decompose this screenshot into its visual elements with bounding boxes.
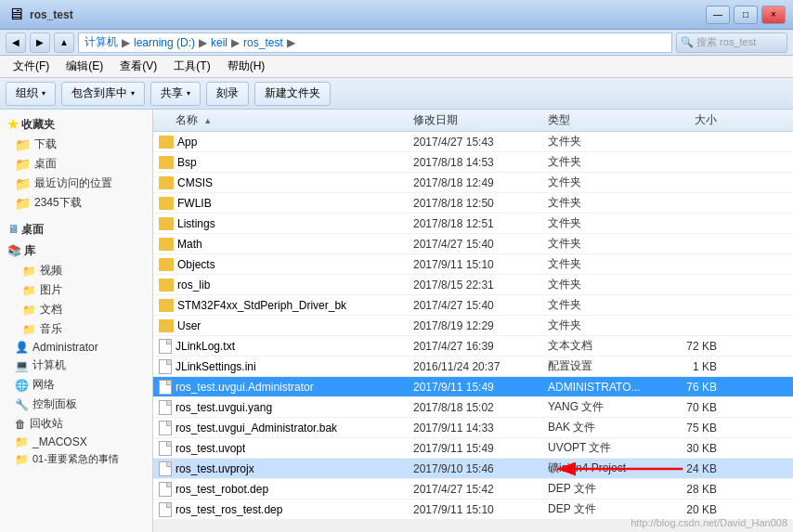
toolbar: 组织 ▾ 包含到库中 ▾ 共享 ▾ 刻录 新建文件夹 [0, 78, 793, 110]
file-name: Objects [177, 258, 215, 271]
menu-help[interactable]: 帮助(H) [220, 57, 273, 76]
up-button[interactable]: ▲ [54, 32, 74, 53]
share-button[interactable]: 共享 ▾ [150, 82, 201, 106]
col-size-header[interactable]: 大小 [650, 112, 724, 128]
table-row[interactable]: ros_test.uvgui.Administrator2017/9/11 15… [153, 377, 793, 397]
new-folder-button[interactable]: 新建文件夹 [254, 82, 331, 106]
back-button[interactable]: ◀ [6, 32, 26, 53]
file-date: 2017/4/27 15:42 [413, 483, 548, 496]
file-type: 文件夹 [548, 195, 650, 211]
table-row[interactable]: ros_test.uvopt2017/9/11 15:49UVOPT 文件30 … [153, 438, 793, 459]
folder-icon: 📁 [15, 435, 29, 448]
table-row[interactable]: FWLIB2017/8/18 12:50文件夹 [153, 193, 793, 214]
sidebar-item-label: _MACOSX [32, 435, 87, 448]
menu-view[interactable]: 查看(V) [112, 57, 164, 76]
file-date: 2017/4/27 15:40 [413, 299, 548, 312]
path-computer[interactable]: 计算机 [84, 34, 118, 50]
file-date: 2017/9/11 15:49 [413, 381, 548, 394]
search-button[interactable]: 🔍 搜索 ros_test [676, 32, 787, 53]
file-type: ADMINISTRATO... [548, 381, 650, 394]
file-name-cell: FWLIB [153, 197, 413, 210]
table-row[interactable]: User2017/8/19 12:29文件夹 [153, 316, 793, 336]
path-keil[interactable]: keil [211, 36, 228, 49]
file-type: BAK 文件 [548, 420, 650, 435]
table-row[interactable]: Objects2017/9/11 15:10文件夹 [153, 254, 793, 275]
address-bar: ◀ ▶ ▲ 计算机 ▶ learning (D:) ▶ keil ▶ ros_t… [0, 30, 793, 56]
path-ros-test[interactable]: ros_test [243, 36, 283, 49]
burn-button[interactable]: 刻录 [206, 82, 249, 106]
sidebar-item-videos[interactable]: 📁 视频 [0, 261, 152, 280]
sidebar-item-computer[interactable]: 💻 计算机 [0, 356, 152, 375]
include-library-button[interactable]: 包含到库中 ▾ [61, 82, 145, 106]
file-type: 文件夹 [548, 175, 650, 190]
sidebar-item-label: 最近访问的位置 [34, 175, 112, 191]
sidebar-item-control-panel[interactable]: 🔧 控制面板 [0, 395, 152, 414]
forward-button[interactable]: ▶ [30, 32, 50, 53]
table-row[interactable]: ros_test_robot.dep2017/4/27 15:42DEP 文件2… [153, 479, 793, 500]
maximize-button[interactable]: □ [734, 6, 758, 24]
table-row[interactable]: Bsp2017/8/18 14:53文件夹 [153, 152, 793, 173]
col-name-header[interactable]: 名称 ▲ [153, 112, 413, 128]
file-type: 文件夹 [548, 318, 650, 333]
file-name: ros_test.uvgui_Administrator.bak [176, 422, 337, 435]
file-type: UVOPT 文件 [548, 440, 650, 456]
sidebar-item-recent[interactable]: 📁 最近访问的位置 [0, 174, 152, 193]
file-date: 2017/9/10 15:46 [413, 462, 548, 475]
table-row[interactable]: JLinkSettings.ini2016/11/24 20:37配置设置1 K… [153, 357, 793, 377]
organize-button[interactable]: 组织 ▾ [6, 82, 56, 106]
col-type-header[interactable]: 类型 [548, 112, 650, 128]
file-name: User [177, 319, 201, 332]
minimize-button[interactable]: — [706, 6, 730, 24]
table-row[interactable]: Math2017/4/27 15:40文件夹 [153, 234, 793, 254]
table-row[interactable]: App2017/4/27 15:43文件夹 [153, 132, 793, 152]
sidebar-item-downloads[interactable]: 📁 下载 [0, 135, 152, 154]
sidebar-item-network[interactable]: 🌐 网络 [0, 375, 152, 395]
file-date: 2017/8/18 12:50 [413, 197, 548, 210]
path-drive[interactable]: learning (D:) [134, 36, 195, 49]
desktop-header[interactable]: 🖥 桌面 [0, 218, 152, 240]
library-header[interactable]: 📚 库 [0, 240, 152, 261]
file-name-cell: JLinkLog.txt [153, 339, 413, 354]
file-name: ros_test.uvgui.yang [176, 401, 272, 414]
sidebar-item-label: Administrator [32, 341, 98, 354]
file-name: App [177, 136, 197, 149]
sidebar-item-label: 回收站 [30, 416, 63, 432]
sidebar-item-pictures[interactable]: 📁 图片 [0, 280, 152, 300]
file-name: ros_test.uvgui.Administrator [176, 381, 314, 394]
sidebar-item-2345[interactable]: 📁 2345下载 [0, 193, 152, 213]
sidebar-item-music[interactable]: 📁 音乐 [0, 319, 152, 339]
file-type: 文件夹 [548, 297, 650, 313]
sidebar-item-desktop[interactable]: 📁 桌面 [0, 154, 152, 174]
file-date: 2017/9/11 14:33 [413, 422, 548, 435]
folder-icon: 📁 [15, 453, 29, 466]
sidebar-item-label: 2345下载 [34, 195, 82, 211]
watermark: http://blog.csdn.net/David_Han008 [630, 517, 787, 528]
file-size: 72 KB [650, 340, 724, 353]
table-row[interactable]: ros_test.uvprojx2017/9/10 15:46礦ision4 P… [153, 459, 793, 479]
table-row[interactable]: ros_test.uvgui.yang2017/8/18 15:02YANG 文… [153, 397, 793, 418]
menu-file[interactable]: 文件(F) [6, 57, 57, 76]
table-row[interactable]: JLinkLog.txt2017/4/27 16:39文本文档72 KB [153, 336, 793, 357]
sidebar-item-label: 计算机 [32, 357, 66, 373]
favorites-header[interactable]: ★ 收藏夹 [0, 113, 152, 135]
table-row[interactable]: CMSIS2017/8/18 12:49文件夹 [153, 173, 793, 193]
table-row[interactable]: ros_lib2017/8/15 22:31文件夹 [153, 275, 793, 295]
sidebar-item-documents[interactable]: 📁 文档 [0, 300, 152, 319]
sidebar-item-macosx[interactable]: 📁 _MACOSX [0, 434, 152, 450]
sidebar-item-label: 视频 [40, 263, 62, 279]
table-row[interactable]: STM32F4xx_StdPeriph_Driver_bk2017/4/27 1… [153, 295, 793, 316]
close-button[interactable]: × [761, 6, 786, 24]
sidebar-item-administrator[interactable]: 👤 Administrator [0, 339, 152, 356]
file-size: 28 KB [650, 483, 724, 496]
col-date-header[interactable]: 修改日期 [413, 112, 548, 128]
menu-edit[interactable]: 编辑(E) [58, 57, 110, 76]
table-row[interactable]: ros_test.uvgui_Administrator.bak2017/9/1… [153, 418, 793, 438]
file-icon [159, 339, 172, 354]
sidebar-item-important[interactable]: 📁 01-重要紧急的事情 [0, 450, 152, 468]
file-name-cell: Objects [153, 258, 413, 271]
table-row[interactable]: Listings2017/8/18 12:51文件夹 [153, 214, 793, 234]
menu-tools[interactable]: 工具(T) [166, 57, 217, 76]
sidebar-item-label: 音乐 [40, 321, 62, 337]
sidebar-item-recycle[interactable]: 🗑 回收站 [0, 414, 152, 434]
file-type: DEP 文件 [548, 501, 650, 517]
